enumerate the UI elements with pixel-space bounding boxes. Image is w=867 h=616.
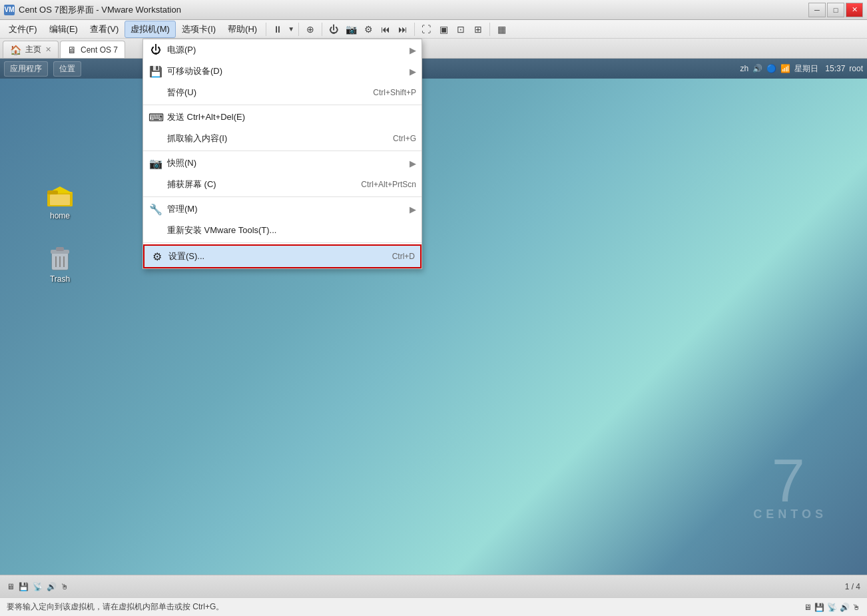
grab-shortcut: Ctrl+G xyxy=(380,134,416,143)
panel-datetime: 星期日 15:37 xyxy=(794,63,845,75)
home-folder-icon xyxy=(44,178,76,210)
power-label: 电源(P) xyxy=(167,44,406,56)
removable-label: 可移动设备(D) xyxy=(167,65,406,77)
menu-settings[interactable]: ⚙ 设置(S)... Ctrl+D xyxy=(143,244,422,268)
home-tab-icon: 🏠 xyxy=(10,45,21,55)
removable-arrow: ▶ xyxy=(410,67,416,77)
unity-button[interactable]: ▦ xyxy=(493,22,509,37)
home-icon[interactable]: home xyxy=(37,175,83,223)
toolbar-divider-5 xyxy=(489,23,490,36)
tab-home[interactable]: 🏠 主页 ✕ xyxy=(3,41,59,58)
menu-edit[interactable]: 编辑(E) xyxy=(43,21,84,38)
power-arrow: ▶ xyxy=(410,45,416,55)
snapshot-arrow: ▶ xyxy=(410,158,416,168)
menu-file[interactable]: 文件(F) xyxy=(3,21,43,38)
centos-tab-icon: 🖥 xyxy=(67,45,77,55)
panel-volume-icon: 🔊 xyxy=(752,64,762,73)
pause-button[interactable]: ⏸ xyxy=(270,22,286,37)
separator-1 xyxy=(143,105,422,105)
snapshot3-button[interactable]: ⏭ xyxy=(395,22,411,37)
ctrl-alt-del-icon: ⌨ xyxy=(148,110,163,125)
view-button[interactable]: ▣ xyxy=(435,22,451,37)
toolbar-divider-3 xyxy=(322,23,322,36)
pause-shortcut: Ctrl+Shift+P xyxy=(360,88,416,97)
pause-icon xyxy=(148,85,163,100)
titlebar: VM Cent OS 7图形界面 - VMware Workstation ─ … xyxy=(0,0,867,20)
svg-rect-7 xyxy=(56,247,64,251)
pause-dropdown[interactable]: ▼ xyxy=(287,22,295,37)
app-icon: VM xyxy=(4,5,15,15)
statusbar-left: 🖥 💾 📡 🔊 🖱 xyxy=(7,582,69,591)
panel-right: zh 🔊 🔵 📶 星期日 15:37 root xyxy=(740,63,863,75)
power-button[interactable]: ⏻ xyxy=(326,22,342,37)
maximize-button[interactable]: □ xyxy=(827,3,844,17)
snapshot-button[interactable]: 📷 xyxy=(343,22,359,37)
bottom-icon-2: 💾 xyxy=(814,603,824,612)
snapshot-icon: 📷 xyxy=(148,156,163,170)
bottom-message: 要将输入定向到该虚拟机，请在虚拟机内部单击或按 Ctrl+G。 xyxy=(7,601,224,613)
applications-menu[interactable]: 应用程序 xyxy=(4,61,48,77)
menubar: 文件(F) 编辑(E) 查看(V) 虚拟机(M) 选项卡(I) 帮助(H) ⏸ … xyxy=(0,20,867,39)
zoom-button[interactable]: ⊡ xyxy=(453,22,469,37)
snapshot2-button[interactable]: ⏮ xyxy=(378,22,394,37)
menu-reinstall-tools[interactable]: 重新安装 VMware Tools(T)... xyxy=(143,220,422,241)
status-icon-2: 💾 xyxy=(19,582,29,591)
settings-button[interactable]: ⚙ xyxy=(360,22,376,37)
toolbar-divider-1 xyxy=(266,23,266,36)
pause-label: 暂停(U) xyxy=(167,87,360,99)
svg-rect-2 xyxy=(50,194,70,205)
close-button[interactable]: ✕ xyxy=(846,3,863,17)
panel-network-icon: 📶 xyxy=(780,64,790,73)
reinstall-icon xyxy=(148,223,163,238)
power-icon: ⏻ xyxy=(148,43,163,57)
menu-pause[interactable]: 暂停(U) Ctrl+Shift+P xyxy=(143,82,422,103)
vm-dropdown-menu: ⏻ 电源(P) ▶ 💾 可移动设备(D) ▶ 暂停(U) Ctrl+Shift+… xyxy=(143,39,422,269)
places-menu[interactable]: 位置 xyxy=(53,61,81,77)
svg-rect-3 xyxy=(47,190,58,194)
capture-shortcut: Ctrl+Alt+PrtScn xyxy=(348,180,416,189)
separator-2 xyxy=(143,151,422,151)
minimize-button[interactable]: ─ xyxy=(808,3,826,17)
toolbar-group: ⏸ ▼ ⊕ ⏻ 📷 ⚙ ⏮ ⏭ ⛶ ▣ ⊡ ⊞ ▦ xyxy=(269,22,510,37)
menu-help[interactable]: 帮助(H) xyxy=(222,21,263,38)
menu-grab-input[interactable]: 抓取输入内容(I) Ctrl+G xyxy=(143,128,422,149)
menu-send-ctrl-alt-del[interactable]: ⌨ 发送 Ctrl+Alt+Del(E) xyxy=(143,107,422,128)
centos-top-panel: 应用程序 位置 zh 🔊 🔵 📶 星期日 15:37 root xyxy=(0,59,867,79)
menu-view[interactable]: 查看(V) xyxy=(84,21,125,38)
trash-icon-label: Trash xyxy=(50,274,70,284)
grab-icon xyxy=(148,131,163,146)
send-ctrl-alt-del-button[interactable]: ⊕ xyxy=(302,22,318,37)
menu-power[interactable]: ⏻ 电源(P) ▶ xyxy=(143,39,422,61)
bottom-icon-5: 🖱 xyxy=(852,603,860,612)
bottom-icon-4: 🔊 xyxy=(840,603,850,612)
status-icon-5: 🖱 xyxy=(61,582,69,591)
panel-time: 15:37 xyxy=(825,64,845,73)
menu-snapshot[interactable]: 📷 快照(N) ▶ xyxy=(143,153,422,174)
panel-bluetooth-icon: 🔵 xyxy=(766,64,776,73)
status-icon-1: 🖥 xyxy=(7,582,15,591)
home-tab-label: 主页 xyxy=(25,44,41,55)
menu-vm[interactable]: 虚拟机(M) xyxy=(125,21,176,38)
capture-icon xyxy=(148,177,163,192)
tab-centos[interactable]: 🖥 Cent OS 7 xyxy=(60,41,125,58)
separator-3 xyxy=(143,196,422,197)
menu-capture-screen[interactable]: 捕获屏幕 (C) Ctrl+Alt+PrtScn xyxy=(143,174,422,195)
vm-area: 应用程序 位置 zh 🔊 🔵 📶 星期日 15:37 root xyxy=(0,59,867,575)
panel-day: 星期日 xyxy=(794,64,818,73)
vm-desktop[interactable]: 应用程序 位置 zh 🔊 🔵 📶 星期日 15:37 root xyxy=(0,59,867,575)
centos-text: CENTOS xyxy=(753,507,827,521)
reinstall-label: 重新安装 VMware Tools(T)... xyxy=(167,224,416,236)
tabbar: 🏠 主页 ✕ 🖥 Cent OS 7 xyxy=(0,39,867,59)
home-tab-close[interactable]: ✕ xyxy=(45,45,51,54)
fullscreen-button[interactable]: ⛶ xyxy=(418,22,434,37)
capture-label: 捕获屏幕 (C) xyxy=(167,178,348,190)
menu-tabs[interactable]: 选项卡(I) xyxy=(176,21,222,38)
fit-button[interactable]: ⊞ xyxy=(470,22,486,37)
statusbar: 🖥 💾 📡 🔊 🖱 1 / 4 xyxy=(0,575,867,597)
settings-label: 设置(S)... xyxy=(168,250,379,262)
separator-4 xyxy=(143,242,422,243)
menu-removable[interactable]: 💾 可移动设备(D) ▶ xyxy=(143,61,422,82)
toolbar-divider-2 xyxy=(298,23,299,36)
menu-manage[interactable]: 🔧 管理(M) ▶ xyxy=(143,198,422,220)
trash-icon[interactable]: Trash xyxy=(37,238,83,286)
